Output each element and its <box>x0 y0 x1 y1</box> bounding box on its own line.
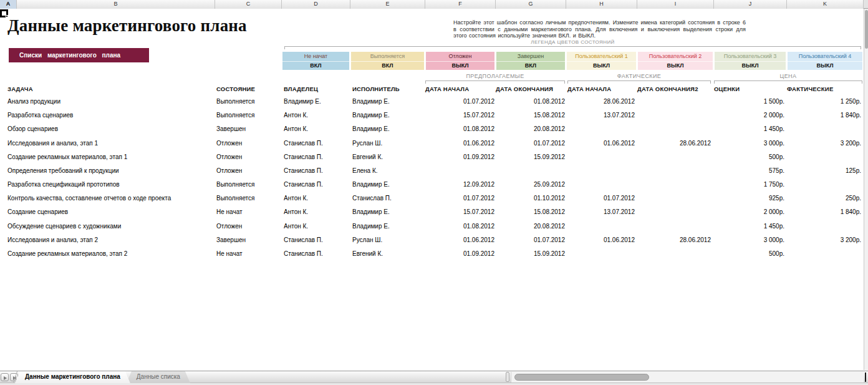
cell[interactable] <box>566 150 635 164</box>
cell[interactable] <box>637 247 711 261</box>
sheet-tab-1[interactable]: Данные маркетингового плана <box>15 371 130 383</box>
legend-chip-3[interactable]: ОтложенВЫКЛ <box>426 52 494 70</box>
cell[interactable]: 01.08.2012 <box>425 220 494 233</box>
legend-chip-state[interactable]: ВЫКЛ <box>788 61 862 70</box>
cell[interactable]: Антон К. <box>284 205 348 219</box>
marketing-plan-lists-button[interactable]: Списки маркетингового плана <box>9 48 149 62</box>
legend-chip-8[interactable]: Пользовательский 4ВЫКЛ <box>788 52 862 70</box>
cell[interactable]: Елена К. <box>352 164 423 178</box>
cell[interactable]: Отложен <box>216 164 281 178</box>
cell[interactable] <box>566 220 635 233</box>
cell[interactable]: 15.07.2012 <box>425 205 494 219</box>
cell[interactable]: 20.08.2012 <box>496 122 565 136</box>
cell[interactable] <box>637 220 711 233</box>
cell[interactable]: 15.09.2012 <box>496 247 565 261</box>
cell[interactable]: Станислав П. <box>284 233 348 247</box>
cell[interactable]: 12.09.2012 <box>425 178 494 192</box>
column-header-J[interactable]: J <box>714 0 787 9</box>
cell[interactable]: 13.07.2012 <box>566 109 635 122</box>
cell[interactable]: Владимир Е. <box>352 122 423 136</box>
cell[interactable] <box>566 247 635 261</box>
cell[interactable]: Станислав П. <box>284 178 348 192</box>
legend-chip-state[interactable]: ВКЛ <box>496 61 565 70</box>
column-header-C[interactable]: C <box>215 0 282 9</box>
cell[interactable]: Обзор сценариев <box>7 122 213 136</box>
cell[interactable]: 01.06.2012 <box>566 137 635 150</box>
cell[interactable]: Станислав П. <box>284 150 348 164</box>
legend-chip-state[interactable]: ВКЛ <box>282 61 349 70</box>
cell[interactable]: 1 500р. <box>714 95 784 109</box>
cell[interactable]: 3 000р. <box>714 137 784 150</box>
cell[interactable] <box>787 220 861 233</box>
cell[interactable]: 13.07.2012 <box>566 205 635 219</box>
cell[interactable]: 28.06.2012 <box>566 95 635 109</box>
cell[interactable] <box>637 178 711 192</box>
cell[interactable]: 1 450р. <box>714 122 784 136</box>
cell[interactable]: Антон К. <box>284 109 348 122</box>
cell[interactable]: 1 250р. <box>787 95 861 109</box>
cell[interactable] <box>787 178 861 192</box>
cell[interactable]: Не начат <box>216 247 281 261</box>
cell[interactable]: Станислав П. <box>284 164 348 178</box>
vertical-scrollbar-thumb[interactable] <box>865 10 868 49</box>
cell[interactable]: 3 000р. <box>714 233 784 247</box>
cell[interactable]: 1 450р. <box>714 220 784 233</box>
cell[interactable]: Завершен <box>216 233 281 247</box>
cell[interactable] <box>637 164 711 178</box>
legend-chip-1[interactable]: Не начатВКЛ <box>282 52 349 70</box>
cell[interactable]: 01.06.2012 <box>425 233 494 247</box>
cell[interactable]: 925р. <box>714 192 784 205</box>
cell[interactable]: 250р. <box>787 192 861 205</box>
cell[interactable]: Владимир Е. <box>352 95 423 109</box>
legend-chip-state[interactable]: ВЫКЛ <box>638 61 713 70</box>
column-header-I[interactable]: I <box>637 0 714 9</box>
cell[interactable]: 20.08.2012 <box>496 220 565 233</box>
column-header-D[interactable]: D <box>282 0 350 9</box>
scrollbar-splitter-handle[interactable] <box>506 372 509 382</box>
cell[interactable]: Станислав П. <box>284 137 348 150</box>
legend-chip-state[interactable]: ВЫКЛ <box>567 61 636 70</box>
cell[interactable]: Обсуждение сценариев с художниками <box>7 220 213 233</box>
cell[interactable]: Антон К. <box>284 220 348 233</box>
cell[interactable]: 01.08.2012 <box>425 122 494 136</box>
cell[interactable]: 15.08.2012 <box>496 205 565 219</box>
cell[interactable]: 01.07.2012 <box>425 95 494 109</box>
cell[interactable]: Контроль качества, составление отчетов о… <box>7 192 213 205</box>
cell[interactable]: Станислав П. <box>352 192 423 205</box>
cell[interactable] <box>566 164 635 178</box>
column-header-A[interactable]: A <box>0 0 17 9</box>
cell[interactable]: 1 840р. <box>787 205 861 219</box>
cell[interactable]: Владимир Е. <box>352 178 423 192</box>
cell[interactable]: 01.09.2012 <box>425 150 494 164</box>
column-header-G[interactable]: G <box>496 0 566 9</box>
cell[interactable]: 28.06.2012 <box>637 233 711 247</box>
cell[interactable]: 01.07.2012 <box>496 233 565 247</box>
cell[interactable]: 01.10.2012 <box>496 192 565 205</box>
sheet-tab-2[interactable]: Данные списка <box>127 371 190 383</box>
cell[interactable]: 15.08.2012 <box>496 109 565 122</box>
cell[interactable]: Завершен <box>216 122 281 136</box>
cell[interactable]: Создание сценариев <box>7 205 213 219</box>
cell[interactable]: 1 750р. <box>714 178 784 192</box>
cell[interactable]: 01.09.2012 <box>425 247 494 261</box>
cell[interactable]: 01.07.2012 <box>496 137 565 150</box>
cell[interactable]: Станислав П. <box>284 247 348 261</box>
cell[interactable] <box>787 150 861 164</box>
cell[interactable]: Владимир Е. <box>352 220 423 233</box>
cell[interactable]: Выполняется <box>216 178 281 192</box>
cell[interactable]: 1 840р. <box>787 109 861 122</box>
cell[interactable]: 2 000р. <box>714 205 784 219</box>
legend-chip-state[interactable]: ВЫКЛ <box>426 61 494 70</box>
column-header-F[interactable]: F <box>425 0 496 9</box>
cell[interactable]: Определения требований к продукции <box>7 164 213 178</box>
cell[interactable] <box>496 164 565 178</box>
cell[interactable] <box>787 122 861 136</box>
cell[interactable]: Создание рекламных материалов, этап 1 <box>7 150 213 164</box>
cell[interactable] <box>425 164 494 178</box>
cell[interactable]: Не начат <box>216 205 281 219</box>
cell[interactable]: 3 200р. <box>787 233 861 247</box>
cell[interactable]: Выполняется <box>216 192 281 205</box>
cell[interactable]: Руслан Ш. <box>352 233 423 247</box>
cell[interactable]: Владимир Е. <box>352 109 423 122</box>
cell[interactable]: Отложен <box>216 137 281 150</box>
